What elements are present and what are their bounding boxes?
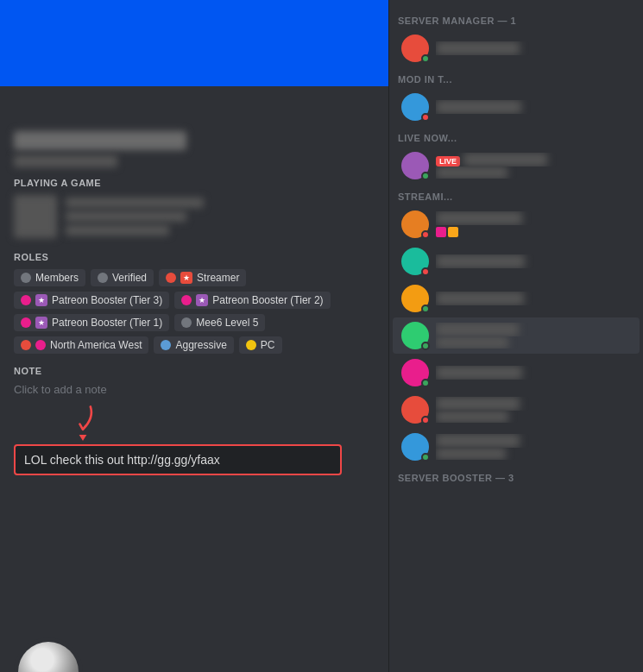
role-badge: North America West <box>14 336 148 354</box>
status-dot <box>421 342 430 350</box>
role-badge: ★Patreon Booster (Tier 3) <box>14 292 169 309</box>
member-text: Narixxxxxxxxx <box>436 41 631 55</box>
member-avatar <box>401 433 429 461</box>
roles-grid: MembersVerified★Streamer★Patreon Booster… <box>14 269 375 354</box>
game-line-1 <box>66 198 204 208</box>
member-avatar <box>401 359 429 386</box>
member-avatar <box>401 396 429 424</box>
member-name: Nycxxxxxxxxx <box>436 323 631 336</box>
roles-title: ROLES <box>14 252 375 262</box>
member-text: suprxxxxxxxxx <box>436 366 631 380</box>
right-panel: SERVER MANAGER — 1NarixxxxxxxxxMOD IN T.… <box>388 0 643 672</box>
role-badge: ★Patreon Booster (Tier 1) <box>14 314 169 331</box>
note-input[interactable]: LOL check this out http://gg.gg/yfaax <box>14 444 342 475</box>
member-avatar <box>401 248 429 275</box>
username <box>14 131 186 150</box>
status-dot <box>421 54 430 63</box>
avatar <box>14 637 83 672</box>
group-title-4: SERVER BOOSTER — 3 <box>389 466 643 487</box>
game-line-3 <box>66 225 169 236</box>
member-text: Burnxxxxxxxxx <box>436 254 631 268</box>
profile-banner <box>0 0 388 86</box>
status-dot <box>421 230 430 239</box>
member-name: Burnxxxxxxxxx <box>436 254 631 268</box>
member-sub: Playirxxxxxxxxx <box>436 336 631 349</box>
role-badge: ★Streamer <box>159 269 246 286</box>
member-name: Voicxxxxxxxxx <box>436 100 631 114</box>
member-item[interactable]: TTVxxxxxxxxxVerifixxxxxxxxx <box>393 429 640 465</box>
member-sub: Streaxxxxxxxxx <box>436 166 631 179</box>
member-item[interactable]: Burnxxxxxxxxx <box>393 243 640 279</box>
status-dot <box>421 305 430 313</box>
roles-section: ROLES MembersVerified★Streamer★Patreon B… <box>0 242 388 354</box>
left-panel: PLAYING A GAME ROLES MembersVerified★Str… <box>0 0 388 672</box>
arrow-icon <box>66 403 100 441</box>
role-badge: ★Patreon Booster (Tier 2) <box>174 292 330 309</box>
role-badge: Mee6 Level 5 <box>174 314 265 331</box>
member-avatar <box>401 210 429 238</box>
status-dot <box>421 416 430 424</box>
member-item[interactable]: Balaxxxxxxxxx <box>393 206 640 242</box>
member-text: LIVEfranxxxxxxxxxStreaxxxxxxxxx <box>436 153 631 179</box>
member-avatar <box>401 322 429 349</box>
member-name: LIVEfranxxxxxxxxx <box>436 153 631 166</box>
status-dot <box>421 113 430 122</box>
member-item[interactable]: Jussxxxxxxxxx <box>393 280 640 317</box>
arrow-container <box>14 403 375 441</box>
role-badge: Members <box>14 269 85 286</box>
status-dot <box>421 267 430 276</box>
member-icons <box>436 227 631 237</box>
member-text: TTVxxxxxxxxxVerifixxxxxxxxx <box>436 434 631 460</box>
role-badge: PC <box>239 336 282 354</box>
group-title-1: MOD IN T... <box>389 67 643 88</box>
member-avatar <box>401 152 429 179</box>
member-item[interactable]: NycxxxxxxxxxPlayirxxxxxxxxx <box>393 317 640 354</box>
member-name: Narixxxxxxxxx <box>436 41 631 55</box>
game-card <box>14 195 375 238</box>
member-avatar <box>401 285 429 312</box>
status-dot <box>421 379 430 387</box>
game-thumbnail <box>14 195 57 238</box>
group-title-0: SERVER MANAGER — 1 <box>389 9 643 29</box>
note-title: NOTE <box>14 366 375 376</box>
role-badge: Aggressive <box>154 336 233 354</box>
game-line-2 <box>66 211 186 222</box>
group-title-3: STREAMI... <box>389 185 643 205</box>
member-item[interactable]: suprxxxxxxxxx <box>393 355 640 391</box>
member-avatar <box>401 93 429 121</box>
member-item[interactable]: TTVxxxxxxxxxPlayirxxxxxxxxx <box>393 392 640 428</box>
member-item[interactable]: Narixxxxxxxxx <box>393 30 640 66</box>
note-hint: Click to add a note <box>14 383 375 396</box>
role-badge: Verified <box>91 269 154 286</box>
svg-marker-0 <box>79 435 87 441</box>
playing-title: PLAYING A GAME <box>14 178 375 188</box>
member-sub: Playirxxxxxxxxx <box>436 411 631 423</box>
member-item[interactable]: LIVEfranxxxxxxxxxStreaxxxxxxxxx <box>393 148 640 184</box>
member-name: TTVxxxxxxxxx <box>436 434 631 448</box>
member-name: Balaxxxxxxxxx <box>436 211 631 225</box>
member-text: Voicxxxxxxxxx <box>436 100 631 114</box>
member-text: Jussxxxxxxxxx <box>436 292 631 305</box>
member-name: suprxxxxxxxxx <box>436 366 631 380</box>
status-dot <box>421 453 430 462</box>
member-sub: Verifixxxxxxxxx <box>436 448 631 460</box>
member-item[interactable]: Voicxxxxxxxxx <box>393 89 640 125</box>
status-dot <box>421 172 430 180</box>
avatar-image <box>18 642 79 672</box>
member-text: TTVxxxxxxxxxPlayirxxxxxxxxx <box>436 397 631 423</box>
member-name: Jussxxxxxxxxx <box>436 292 631 305</box>
member-text: Balaxxxxxxxxx <box>436 211 631 237</box>
member-avatar <box>401 35 429 62</box>
note-section: NOTE Click to add a note LOL check this … <box>0 354 388 475</box>
member-name: TTVxxxxxxxxx <box>436 397 631 411</box>
member-text: NycxxxxxxxxxPlayirxxxxxxxxx <box>436 323 631 349</box>
game-info <box>66 198 204 236</box>
profile-info <box>0 131 388 167</box>
group-title-2: LIVE NOW... <box>389 126 643 147</box>
user-tag <box>14 155 117 167</box>
playing-section: PLAYING A GAME <box>0 167 388 242</box>
